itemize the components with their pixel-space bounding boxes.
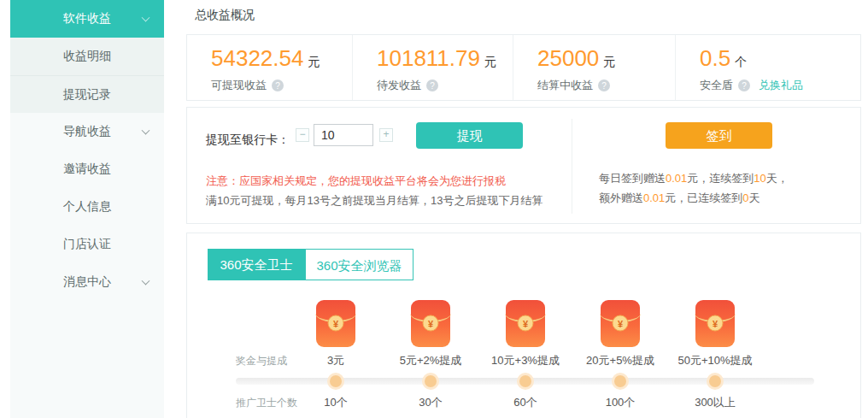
stat-security-shield: 0.5 个 安全盾 ? 兑换礼品 xyxy=(676,35,860,100)
count-milestone: 30个 xyxy=(419,395,442,410)
withdraw-amount-input[interactable] xyxy=(314,124,373,146)
bonus-milestone: 50元+10%提成 xyxy=(677,353,752,368)
progress-dot xyxy=(709,375,721,387)
stat-value: 101811.79 xyxy=(377,45,480,72)
red-envelope-icon: ¥ xyxy=(316,300,355,347)
earnings-overview-card: 54322.54 元 可提现收益 ? 101811.79 元 待发收益 ? 25… xyxy=(186,34,861,101)
sidebar-item-store-certification[interactable]: 门店认证 xyxy=(10,226,164,263)
coin-icon: ¥ xyxy=(328,315,344,332)
page-title: 总收益概况 xyxy=(195,8,255,23)
stat-settling-earnings: 25000 元 结算中收益 ? xyxy=(513,35,676,100)
bonus-milestone: 10元+3%提成 xyxy=(491,353,560,368)
help-icon[interactable]: ? xyxy=(426,79,438,91)
progress-dot xyxy=(614,375,626,387)
sidebar-item-earnings-detail[interactable]: 收益明细 xyxy=(10,38,164,75)
sidebar-item-label: 收益明细 xyxy=(63,49,111,64)
progress-dot xyxy=(519,375,531,387)
sidebar-item-label: 个人信息 xyxy=(63,199,111,215)
sidebar-item-software-earnings[interactable]: 软件收益 xyxy=(10,0,164,38)
help-icon[interactable]: ? xyxy=(272,79,284,91)
sidebar-item-invite-earnings[interactable]: 邀请收益 xyxy=(10,150,164,188)
coin-icon: ¥ xyxy=(613,315,629,332)
stat-label: 安全盾 xyxy=(700,78,733,93)
withdraw-rules-note: 满10元可提现，每月13号之前提现当月结算，13号之后提现下月结算 xyxy=(206,193,542,209)
stat-label: 待发收益 xyxy=(377,78,421,93)
withdraw-to-bank-label: 提现至银行卡： xyxy=(206,132,290,148)
sidebar-menu: 软件收益 收益明细 提现记录 导航收益 邀请收益 个人信息 门店认证 消息中心 xyxy=(10,0,164,418)
coin-icon: ¥ xyxy=(423,315,439,332)
sidebar-item-label: 邀请收益 xyxy=(63,162,111,177)
redeem-gift-link[interactable]: 兑换礼品 xyxy=(759,78,803,93)
tab-360-safeguard[interactable]: 360安全卫士 xyxy=(208,249,305,280)
stat-value: 54322.54 xyxy=(211,45,303,72)
stat-unit: 元 xyxy=(484,55,496,70)
count-milestone: 10个 xyxy=(324,395,347,410)
red-envelope-icon: ¥ xyxy=(411,300,450,347)
stat-unit: 元 xyxy=(603,55,615,70)
stat-unit: 个 xyxy=(735,55,747,70)
red-envelope-icon: ¥ xyxy=(601,300,640,347)
coin-icon: ¥ xyxy=(707,315,724,332)
chevron-down-icon xyxy=(142,277,150,286)
progress-dot xyxy=(330,375,342,387)
stat-label: 可提现收益 xyxy=(211,78,267,93)
sidebar-item-label: 导航收益 xyxy=(63,124,111,139)
sign-in-description: 每日签到赠送0.01元，连续签到10天， 额外赠送0.01元，已连续签到0天 xyxy=(599,168,789,208)
withdraw-card: 提现至银行卡： − + 提现 注意：应国家相关规定，您的提现收益平台将会为您进行… xyxy=(186,107,861,224)
product-tabs: 360安全卫士 360安全浏览器 xyxy=(208,249,413,280)
withdraw-button[interactable]: 提现 xyxy=(416,122,523,149)
stat-value: 0.5 xyxy=(700,45,730,72)
sidebar-item-personal-info[interactable]: 个人信息 xyxy=(10,188,164,226)
chevron-down-icon xyxy=(142,127,150,135)
sidebar-item-label: 软件收益 xyxy=(63,11,111,26)
stat-withdrawable-earnings: 54322.54 元 可提现收益 ? xyxy=(187,35,353,100)
sign-in-button[interactable]: 签到 xyxy=(666,122,772,149)
promotion-rewards-card: 360安全卫士 360安全浏览器 ¥ ¥ ¥ ¥ ¥ 奖金与提成 3元 5元+2… xyxy=(186,233,861,418)
bonus-row-label: 奖金与提成 xyxy=(236,354,287,368)
sidebar-item-nav-earnings[interactable]: 导航收益 xyxy=(10,113,164,150)
tab-360-browser[interactable]: 360安全浏览器 xyxy=(305,249,413,280)
sidebar-item-label: 门店认证 xyxy=(63,237,111,252)
sidebar-item-label: 消息中心 xyxy=(63,274,111,290)
bonus-milestone: 3元 xyxy=(327,353,344,368)
tax-warning-note: 注意：应国家相关规定，您的提现收益平台将会为您进行报税 xyxy=(206,174,506,189)
main-content: 总收益概况 54322.54 元 可提现收益 ? 101811.79 元 待发收… xyxy=(186,0,863,418)
bonus-milestone: 20元+5%提成 xyxy=(586,353,654,368)
coin-icon: ¥ xyxy=(518,315,534,332)
count-milestone: 100个 xyxy=(606,395,636,410)
sidebar-item-label: 提现记录 xyxy=(63,87,111,103)
vertical-divider xyxy=(572,119,572,214)
red-envelope-icon: ¥ xyxy=(506,300,545,347)
sign-in-line2: 额外赠送0.01元，已连续签到0天 xyxy=(599,188,789,208)
sidebar: 软件收益 收益明细 提现记录 导航收益 邀请收益 个人信息 门店认证 消息中心 xyxy=(0,0,164,418)
stat-pending-earnings: 101811.79 元 待发收益 ? xyxy=(353,35,513,100)
sidebar-item-message-center[interactable]: 消息中心 xyxy=(10,263,164,301)
sign-in-line1: 每日签到赠送0.01元，连续签到10天， xyxy=(599,168,789,188)
red-envelope-icon: ¥ xyxy=(695,300,735,347)
count-row-label: 推广卫士个数 xyxy=(236,396,297,410)
amount-increase-button[interactable]: + xyxy=(379,128,393,142)
count-milestone: 300以上 xyxy=(695,395,736,410)
chevron-down-icon xyxy=(142,14,150,22)
progress-dot xyxy=(425,375,437,387)
help-icon[interactable]: ? xyxy=(738,79,750,91)
help-icon[interactable]: ? xyxy=(598,79,610,91)
sidebar-item-withdraw-records[interactable]: 提现记录 xyxy=(10,75,164,113)
bonus-milestone: 5元+2%提成 xyxy=(400,353,462,368)
count-milestone: 60个 xyxy=(513,395,537,410)
stat-value: 25000 xyxy=(537,45,599,72)
stat-label: 结算中收益 xyxy=(537,78,593,93)
amount-decrease-button[interactable]: − xyxy=(296,128,309,142)
stat-unit: 元 xyxy=(308,55,320,70)
